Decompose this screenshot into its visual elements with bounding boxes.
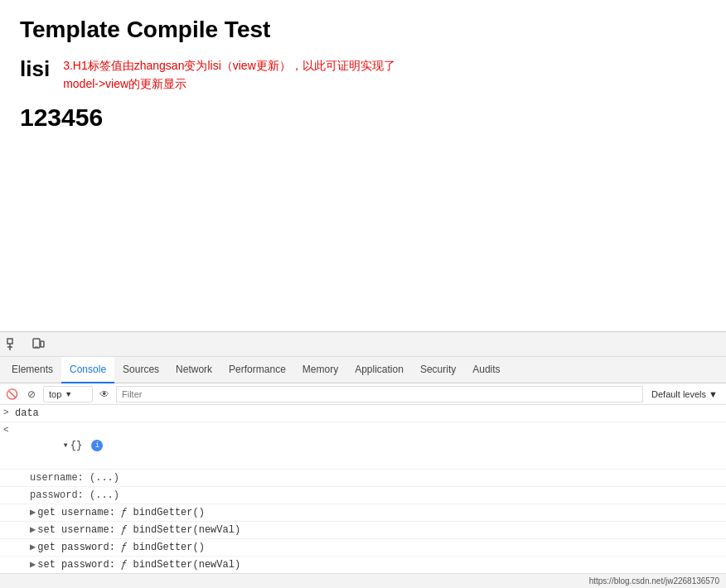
console-line: username: (...) bbox=[0, 470, 726, 487]
line-text: ▾{} i bbox=[15, 423, 103, 468]
line-prefix: > bbox=[3, 406, 9, 420]
svg-rect-3 bbox=[33, 339, 40, 348]
line-text: data bbox=[15, 406, 39, 421]
console-line: > data bbox=[0, 405, 726, 422]
console-toolbar: 🚫 ⊘ top ▼ 👁 Default levels ▼ bbox=[0, 383, 726, 405]
tab-performance[interactable]: Performance bbox=[220, 357, 294, 383]
devtools-panel: Elements Console Sources Network Perform… bbox=[0, 331, 726, 588]
tab-security[interactable]: Security bbox=[412, 357, 464, 383]
line-text: ▶set username: ƒ bindSetter(newVal) bbox=[30, 523, 240, 537]
tab-memory[interactable]: Memory bbox=[294, 357, 346, 383]
filter-icon[interactable]: ⊘ bbox=[23, 386, 40, 402]
status-url: https://blog.csdn.net/jw2268136570 bbox=[589, 576, 719, 586]
expand-arrow[interactable]: ▾ bbox=[63, 438, 69, 453]
devtools-icon-bar bbox=[0, 332, 726, 357]
console-filter-input[interactable] bbox=[116, 386, 643, 402]
line-text: password: (...) bbox=[30, 488, 119, 503]
console-line: ▶get username: ƒ bindGetter() bbox=[0, 504, 726, 522]
console-output: > data < ▾{} i username: (...) password:… bbox=[0, 405, 726, 573]
page-title: Template Compile Test bbox=[20, 17, 706, 43]
svg-rect-0 bbox=[7, 339, 12, 344]
devtools-tabs: Elements Console Sources Network Perform… bbox=[0, 357, 726, 383]
default-levels-dropdown[interactable]: Default levels ▼ bbox=[646, 389, 723, 399]
status-bar: https://blog.csdn.net/jw2268136570 bbox=[0, 573, 726, 588]
context-value: top bbox=[49, 389, 61, 399]
inspect-element-icon[interactable] bbox=[3, 335, 23, 354]
tab-elements[interactable]: Elements bbox=[3, 357, 61, 383]
line-text: username: (...) bbox=[30, 470, 119, 485]
line-text: ▶get username: ƒ bindGetter() bbox=[30, 505, 205, 520]
annotation-text: 3.H1标签值由zhangsan变为lisi（view更新），以此可证明实现了m… bbox=[63, 56, 395, 94]
line-text: ▶set password: ƒ bindSetter(newVal) bbox=[30, 557, 240, 572]
tab-application[interactable]: Application bbox=[346, 357, 412, 383]
tab-console[interactable]: Console bbox=[61, 357, 114, 383]
tab-sources[interactable]: Sources bbox=[114, 357, 167, 383]
tab-network[interactable]: Network bbox=[167, 357, 220, 383]
console-line: password: (...) bbox=[0, 487, 726, 504]
console-line: ▶set username: ƒ bindSetter(newVal) bbox=[0, 522, 726, 539]
clear-console-icon[interactable]: 🚫 bbox=[3, 386, 20, 402]
context-select[interactable]: top ▼ bbox=[43, 386, 93, 402]
eye-icon[interactable]: 👁 bbox=[96, 386, 113, 402]
h1-value-label: lisi bbox=[20, 56, 50, 82]
tab-audits[interactable]: Audits bbox=[464, 357, 508, 383]
svg-rect-4 bbox=[41, 341, 44, 347]
console-line: ▶get password: ƒ bindGetter() bbox=[0, 539, 726, 557]
number-display: 123456 bbox=[20, 104, 706, 132]
console-line: ▶set password: ƒ bindSetter(newVal) bbox=[0, 557, 726, 573]
console-line: < ▾{} i bbox=[0, 422, 726, 470]
line-prefix: < bbox=[3, 423, 9, 437]
device-toolbar-icon[interactable] bbox=[28, 335, 48, 354]
info-icon: i bbox=[91, 440, 103, 451]
line-text: ▶get password: ƒ bindGetter() bbox=[30, 540, 205, 555]
